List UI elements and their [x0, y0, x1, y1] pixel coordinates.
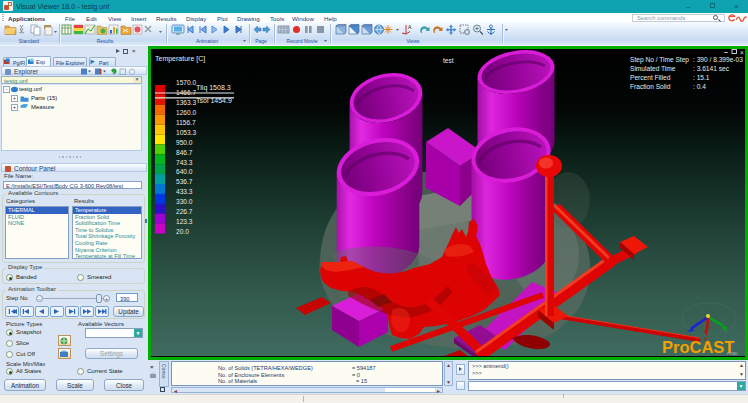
- svg-text:Step No / Time Step: Step No / Time Step: [630, 56, 689, 64]
- svg-text:Simulated Time: Simulated Time: [630, 65, 676, 72]
- svg-text:Y: Y: [724, 328, 728, 334]
- svg-text:Temperature [C]: Temperature [C]: [155, 55, 205, 63]
- svg-text:Fraction Solid: Fraction Solid: [630, 83, 671, 90]
- svg-text:1363.3: 1363.3: [176, 99, 197, 106]
- svg-text:640.0: 640.0: [176, 168, 193, 175]
- svg-text:: 3.6141 sec: : 3.6141 sec: [693, 65, 730, 72]
- svg-text:–: –: [724, 49, 728, 55]
- svg-text:: 390 / 8.399e-03: : 390 / 8.399e-03: [693, 56, 743, 63]
- svg-text:test: test: [443, 57, 454, 64]
- svg-text:330.0: 330.0: [176, 198, 193, 205]
- svg-text:123.3: 123.3: [176, 218, 193, 225]
- svg-text:A: A: [408, 24, 412, 30]
- svg-text:Animation: Animation: [196, 38, 218, 44]
- svg-text:Record Movie: Record Movie: [287, 38, 318, 44]
- svg-text:1156.7: 1156.7: [176, 119, 196, 126]
- svg-text:950.0: 950.0: [176, 139, 193, 146]
- svg-text:Tsol 1454.9: Tsol 1454.9: [196, 97, 232, 104]
- svg-text:: 15.1: : 15.1: [693, 74, 710, 81]
- svg-text:Standard: Standard: [19, 38, 40, 44]
- svg-text:PVWD: PVWD: [727, 352, 738, 356]
- svg-text:1053.3: 1053.3: [176, 129, 197, 136]
- svg-text:846.7: 846.7: [176, 149, 193, 156]
- svg-text:Views: Views: [406, 38, 420, 44]
- svg-text:Tliq 1508.3: Tliq 1508.3: [196, 84, 231, 92]
- svg-text:1260.0: 1260.0: [176, 109, 197, 116]
- svg-text:ProCAST: ProCAST: [662, 338, 734, 356]
- svg-text:20.0: 20.0: [176, 228, 189, 235]
- svg-text:536.7: 536.7: [176, 178, 193, 185]
- svg-text:×: ×: [740, 49, 744, 56]
- svg-text:433.3: 433.3: [176, 188, 193, 195]
- svg-text:226.7: 226.7: [176, 208, 193, 215]
- svg-text:Page: Page: [255, 38, 267, 44]
- svg-text:: 0.4: : 0.4: [693, 83, 706, 90]
- svg-text:743.3: 743.3: [176, 159, 193, 166]
- svg-text:Results: Results: [97, 38, 114, 44]
- svg-text:Percent Filled: Percent Filled: [630, 74, 671, 81]
- svg-text:1570.0: 1570.0: [176, 79, 197, 86]
